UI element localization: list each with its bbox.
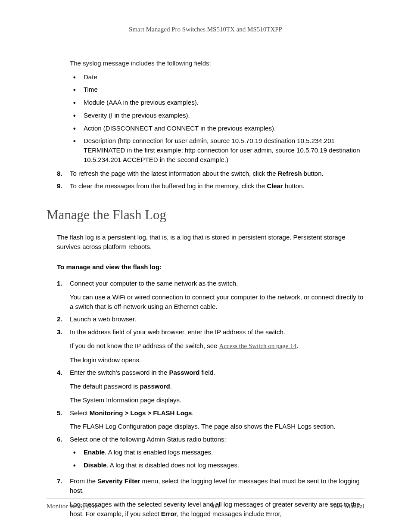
text: Launch a web browser. bbox=[70, 315, 136, 323]
text: button. bbox=[302, 170, 324, 177]
bold-text: Password bbox=[169, 369, 199, 376]
step-9: 9. To clear the messages from the buffer… bbox=[57, 181, 364, 191]
step-number: 9. bbox=[57, 181, 70, 191]
list-item: Severity (I in the previous examples). bbox=[70, 111, 364, 120]
bold-text: Monitoring > Logs > FLASH Logs bbox=[90, 409, 192, 417]
step-6: 6. Select one of the following Admin Sta… bbox=[57, 435, 364, 473]
step-body: Select Monitoring > Logs > FLASH Logs. T… bbox=[70, 408, 364, 432]
text: If you do not know the IP address of the… bbox=[70, 342, 219, 349]
text: From the bbox=[70, 477, 97, 485]
page-footer: Monitor the System 305 User Manual bbox=[47, 502, 364, 511]
text: Connect your computer to the same networ… bbox=[70, 280, 238, 287]
step-number: 3. bbox=[57, 327, 70, 364]
footer-right: User Manual bbox=[331, 502, 364, 511]
step-number: 6. bbox=[57, 435, 70, 473]
text: In the address field of your web browser… bbox=[70, 328, 285, 336]
text: . bbox=[170, 383, 172, 390]
step-5: 5. Select Monitoring > Logs > FLASH Logs… bbox=[57, 408, 364, 432]
step-body: Connect your computer to the same networ… bbox=[70, 279, 364, 311]
text: Enter the switch's password in the bbox=[70, 369, 169, 376]
section-heading: Manage the Flash Log bbox=[47, 205, 364, 225]
step-number: 7. bbox=[57, 476, 70, 518]
step-body: In the address field of your web browser… bbox=[70, 327, 364, 364]
text: To clear the messages from the buffered … bbox=[70, 182, 267, 190]
step-body: Enter the switch's password in the Passw… bbox=[70, 368, 364, 404]
page-header: Smart Managed Pro Switches MS510TX and M… bbox=[47, 25, 364, 34]
step-number: 4. bbox=[57, 368, 70, 404]
list-item: Action (DISSCONNECT and CONNECT in the p… bbox=[70, 124, 364, 133]
list-item: Description (http connection for user ad… bbox=[70, 136, 364, 164]
bold-text: Refresh bbox=[278, 170, 302, 177]
text: button. bbox=[283, 182, 305, 190]
step-2: 2. Launch a web browser. bbox=[57, 314, 364, 324]
text: If you do not know the IP address of the… bbox=[70, 341, 364, 351]
bold-text: password bbox=[140, 383, 170, 390]
step-body: Launch a web browser. bbox=[70, 314, 364, 324]
step-body: To clear the messages from the buffered … bbox=[70, 181, 364, 191]
step-3: 3. In the address field of your web brow… bbox=[57, 327, 364, 364]
text: . A log that is disabled does not log me… bbox=[106, 461, 239, 469]
page-number: 305 bbox=[209, 502, 219, 511]
bold-text: Enable bbox=[84, 448, 105, 456]
procedure-heading: To manage and view the flash log: bbox=[57, 262, 364, 272]
step-number: 2. bbox=[57, 314, 70, 324]
intro-paragraph: The syslog message includes the followin… bbox=[70, 59, 364, 68]
bold-text: Severity Filter bbox=[97, 477, 140, 485]
step-4: 4. Enter the switch's password in the Pa… bbox=[57, 368, 364, 404]
list-item: Disable. A log that is disabled does not… bbox=[70, 460, 364, 470]
cross-ref-link[interactable]: Access the Switch on page 14 bbox=[219, 342, 297, 349]
text: The default password is bbox=[70, 383, 140, 390]
sub-list: Enable. A log that is enabled logs messa… bbox=[70, 448, 364, 470]
section-intro: The flash log is a persistent log, that … bbox=[57, 233, 364, 252]
field-list: Date Time Module (AAA in the previous ex… bbox=[70, 72, 364, 165]
bold-text: Disable bbox=[84, 461, 106, 469]
step-number: 5. bbox=[57, 408, 70, 432]
text: . bbox=[296, 342, 298, 349]
text: Select one of the following Admin Status… bbox=[70, 436, 226, 443]
step-number: 8. bbox=[57, 169, 70, 178]
step-7: 7. From the Severity Filter menu, select… bbox=[57, 476, 364, 518]
list-item: Enable. A log that is enabled logs messa… bbox=[70, 448, 364, 457]
step-body: To refresh the page with the latest info… bbox=[70, 169, 364, 178]
text: To refresh the page with the latest info… bbox=[70, 170, 278, 177]
text: . A log that is enabled logs messages. bbox=[105, 448, 213, 456]
text: The FLASH Log Configuration page display… bbox=[70, 422, 364, 431]
text: field. bbox=[199, 369, 215, 376]
text: . bbox=[192, 409, 193, 417]
step-body: Select one of the following Admin Status… bbox=[70, 435, 364, 473]
bold-text: Clear bbox=[267, 182, 283, 190]
text: The System Information page displays. bbox=[70, 395, 364, 405]
text: You can use a WiFi or wired connection t… bbox=[70, 292, 364, 311]
step-body: From the Severity Filter menu, select th… bbox=[70, 476, 364, 518]
document-page: Smart Managed Pro Switches MS510TX and M… bbox=[0, 0, 411, 532]
text: The default password is password. bbox=[70, 382, 364, 391]
footer-divider bbox=[47, 498, 364, 498]
step-1: 1. Connect your computer to the same net… bbox=[57, 279, 364, 311]
list-item: Module (AAA in the previous examples). bbox=[70, 98, 364, 107]
text: Select bbox=[70, 409, 90, 417]
list-item: Time bbox=[70, 85, 364, 94]
step-8: 8. To refresh the page with the latest i… bbox=[57, 169, 364, 178]
step-number: 1. bbox=[57, 279, 70, 311]
footer-left: Monitor the System bbox=[47, 502, 98, 511]
text: The login window opens. bbox=[70, 355, 364, 365]
list-item: Date bbox=[70, 72, 364, 82]
